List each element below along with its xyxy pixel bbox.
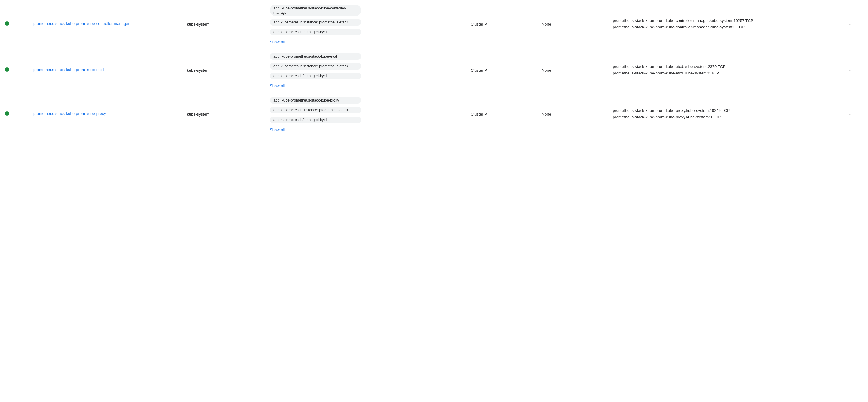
show-all-link[interactable]: Show all <box>270 84 461 88</box>
endpoint-text: prometheus-stack-kube-prom-kube-proxy.ku… <box>613 108 839 114</box>
clusterip-text: None <box>542 112 551 116</box>
table-row: prometheus-stack-kube-prom-kube-etcdkube… <box>0 48 868 92</box>
service-name-link[interactable]: prometheus-stack-kube-prom-kube-etcd <box>33 67 104 72</box>
endpoints-cell: prometheus-stack-kube-prom-kube-controll… <box>608 0 844 48</box>
service-name-link[interactable]: prometheus-stack-kube-prom-kube-controll… <box>33 21 129 26</box>
type-text: ClusterIP <box>471 22 487 27</box>
service-name-cell: prometheus-stack-kube-prom-kube-etcd <box>28 48 182 92</box>
labels-container: app: kube-prometheus-stack-kube-controll… <box>270 5 461 44</box>
clusterip-cell: None <box>537 48 608 92</box>
service-name-cell: prometheus-stack-kube-prom-kube-controll… <box>28 0 182 48</box>
namespace-cell: kube-system <box>182 92 265 136</box>
table-row: prometheus-stack-kube-prom-kube-controll… <box>0 0 868 48</box>
label-chip: app.kubernetes.io/managed-by: Helm <box>270 29 361 35</box>
endpoint-text: prometheus-stack-kube-prom-kube-controll… <box>613 24 839 30</box>
status-dot <box>5 21 9 26</box>
endpoints-container: prometheus-stack-kube-prom-kube-proxy.ku… <box>613 108 839 120</box>
endpoint-text: prometheus-stack-kube-prom-kube-etcd.kub… <box>613 70 839 77</box>
label-chip: app: kube-prometheus-stack-kube-controll… <box>270 5 361 16</box>
label-chip: app.kubernetes.io/managed-by: Helm <box>270 116 361 123</box>
endpoints-container: prometheus-stack-kube-prom-kube-etcd.kub… <box>613 64 839 77</box>
label-chip: app.kubernetes.io/instance: prometheus-s… <box>270 63 361 69</box>
type-cell: ClusterIP <box>466 0 537 48</box>
action-cell: - <box>844 48 868 92</box>
labels-cell: app: kube-prometheus-stack-kube-controll… <box>265 0 466 48</box>
table-row: prometheus-stack-kube-prom-kube-proxykub… <box>0 92 868 136</box>
type-text: ClusterIP <box>471 68 487 73</box>
namespace-text: kube-system <box>187 68 210 73</box>
service-name-link[interactable]: prometheus-stack-kube-prom-kube-proxy <box>33 111 106 116</box>
status-cell <box>0 0 28 48</box>
clusterip-cell: None <box>537 92 608 136</box>
namespace-cell: kube-system <box>182 0 265 48</box>
labels-container: app: kube-prometheus-stack-kube-proxyapp… <box>270 97 461 132</box>
endpoint-text: prometheus-stack-kube-prom-kube-controll… <box>613 18 839 24</box>
endpoint-text: prometheus-stack-kube-prom-kube-proxy.ku… <box>613 114 839 120</box>
namespace-text: kube-system <box>187 112 210 116</box>
type-cell: ClusterIP <box>466 92 537 136</box>
endpoints-cell: prometheus-stack-kube-prom-kube-etcd.kub… <box>608 48 844 92</box>
service-name-cell: prometheus-stack-kube-prom-kube-proxy <box>28 92 182 136</box>
status-dot <box>5 111 9 116</box>
endpoints-container: prometheus-stack-kube-prom-kube-controll… <box>613 18 839 30</box>
show-all-link[interactable]: Show all <box>270 40 461 44</box>
labels-cell: app: kube-prometheus-stack-kube-etcdapp.… <box>265 48 466 92</box>
type-cell: ClusterIP <box>466 48 537 92</box>
status-cell <box>0 92 28 136</box>
services-table: prometheus-stack-kube-prom-kube-controll… <box>0 0 868 136</box>
status-dot <box>5 67 9 72</box>
clusterip-text: None <box>542 68 551 73</box>
label-chip: app.kubernetes.io/managed-by: Helm <box>270 73 361 79</box>
namespace-cell: kube-system <box>182 48 265 92</box>
action-dash: - <box>849 68 850 73</box>
namespace-text: kube-system <box>187 22 210 27</box>
action-dash: - <box>849 112 850 116</box>
action-dash: - <box>849 22 850 27</box>
action-cell: - <box>844 0 868 48</box>
clusterip-text: None <box>542 22 551 27</box>
labels-container: app: kube-prometheus-stack-kube-etcdapp.… <box>270 53 461 88</box>
label-chip: app.kubernetes.io/instance: prometheus-s… <box>270 107 361 113</box>
endpoints-cell: prometheus-stack-kube-prom-kube-proxy.ku… <box>608 92 844 136</box>
endpoint-text: prometheus-stack-kube-prom-kube-etcd.kub… <box>613 64 839 70</box>
clusterip-cell: None <box>537 0 608 48</box>
show-all-link[interactable]: Show all <box>270 127 461 132</box>
type-text: ClusterIP <box>471 112 487 116</box>
label-chip: app.kubernetes.io/instance: prometheus-s… <box>270 19 361 26</box>
labels-cell: app: kube-prometheus-stack-kube-proxyapp… <box>265 92 466 136</box>
status-cell <box>0 48 28 92</box>
action-cell: - <box>844 92 868 136</box>
label-chip: app: kube-prometheus-stack-kube-proxy <box>270 97 361 104</box>
label-chip: app: kube-prometheus-stack-kube-etcd <box>270 53 361 60</box>
